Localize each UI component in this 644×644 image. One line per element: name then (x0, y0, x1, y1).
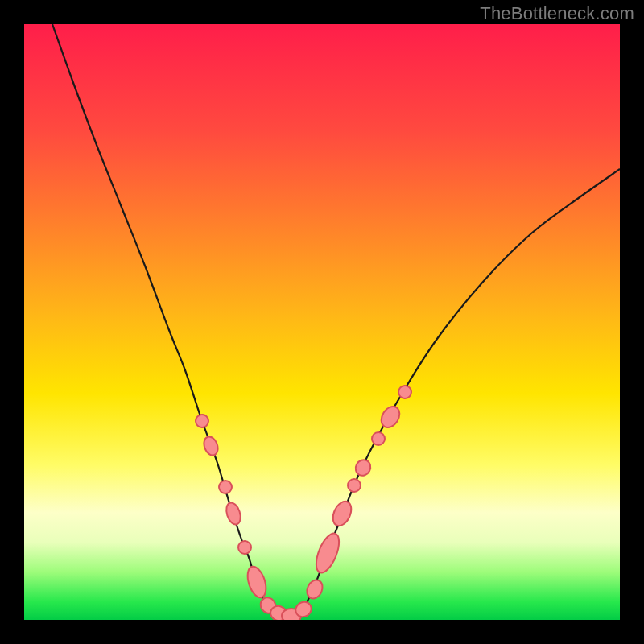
chart-frame: TheBottleneck.com (0, 0, 644, 644)
bottleneck-curve (52, 24, 620, 617)
data-point (224, 501, 243, 526)
data-point (353, 457, 373, 478)
data-point (304, 577, 325, 601)
data-point (201, 435, 220, 457)
plot-area (24, 24, 620, 620)
curve-layer (24, 24, 620, 620)
data-point (244, 564, 269, 600)
data-point-markers (196, 386, 411, 620)
data-point (378, 403, 403, 431)
data-point (238, 541, 251, 554)
data-point (329, 498, 355, 528)
data-point (196, 415, 208, 427)
data-point (312, 530, 344, 576)
data-point (372, 432, 385, 445)
watermark-text: TheBottleneck.com (480, 3, 634, 24)
data-point (219, 481, 232, 493)
data-point (398, 386, 411, 398)
data-point (348, 479, 361, 492)
